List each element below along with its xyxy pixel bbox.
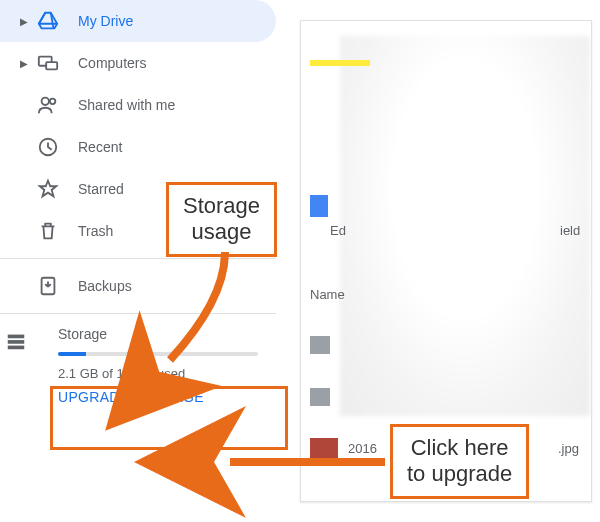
sidebar-item-label: My Drive [78, 13, 133, 29]
storage-icon [4, 329, 28, 353]
docs-icon [310, 195, 328, 217]
image-thumbnail [310, 438, 338, 458]
sidebar-item-recent[interactable]: Recent [0, 126, 276, 168]
drive-icon [36, 9, 60, 33]
blurred-content [340, 36, 590, 416]
callout-text: Storage usage [183, 193, 260, 244]
highlight-bar [310, 60, 370, 66]
sidebar-item-computers[interactable]: ▶ Computers [0, 42, 276, 84]
computers-icon [36, 51, 60, 75]
sidebar-item-my-drive[interactable]: ▶ My Drive [0, 0, 276, 42]
svg-rect-1 [46, 62, 57, 69]
svg-rect-7 [8, 340, 25, 344]
sidebar-item-shared[interactable]: Shared with me [0, 84, 276, 126]
shared-icon [36, 93, 60, 117]
sidebar-item-backups[interactable]: Backups [0, 265, 276, 307]
storage-section: Storage 2.1 GB of 15 GB used UPGRADE STO… [0, 326, 276, 405]
name-column-header[interactable]: Name [310, 287, 345, 302]
sidebar-item-label: Backups [78, 278, 132, 294]
sidebar-item-label: Recent [78, 139, 122, 155]
storage-used-text: 2.1 GB of 15 GB used [58, 366, 276, 381]
sidebar: ▶ My Drive ▶ Computers Shared with me [0, 0, 276, 522]
storage-title: Storage [58, 326, 276, 342]
trash-icon [36, 219, 60, 243]
backups-icon [36, 274, 60, 298]
storage-progress-bar [58, 352, 258, 356]
svg-point-2 [42, 98, 49, 105]
sidebar-item-label: Shared with me [78, 97, 175, 113]
callout-text: Click here to upgrade [407, 435, 512, 486]
svg-rect-6 [8, 335, 25, 339]
upgrade-storage-link[interactable]: UPGRADE STORAGE [58, 389, 276, 405]
expand-caret-icon[interactable]: ▶ [18, 16, 30, 27]
callout-upgrade: Click here to upgrade [390, 424, 529, 499]
file-icon [310, 336, 330, 354]
svg-point-3 [50, 99, 56, 105]
star-icon [36, 177, 60, 201]
svg-rect-8 [8, 346, 25, 350]
filename-fragment-year: 2016 [348, 441, 377, 456]
expand-caret-icon[interactable]: ▶ [18, 58, 30, 69]
sidebar-item-label: Starred [78, 181, 124, 197]
callout-storage-usage: Storage usage [166, 182, 277, 257]
field-text-fragment: ield [560, 223, 580, 238]
storage-progress-fill [58, 352, 86, 356]
clock-icon [36, 135, 60, 159]
sidebar-item-label: Computers [78, 55, 146, 71]
filename-fragment-ext: .jpg [558, 441, 579, 456]
file-icon [310, 388, 330, 406]
divider [0, 313, 276, 314]
sidebar-item-label: Trash [78, 223, 113, 239]
divider [0, 258, 276, 259]
edited-text-fragment: Ed [330, 223, 346, 238]
